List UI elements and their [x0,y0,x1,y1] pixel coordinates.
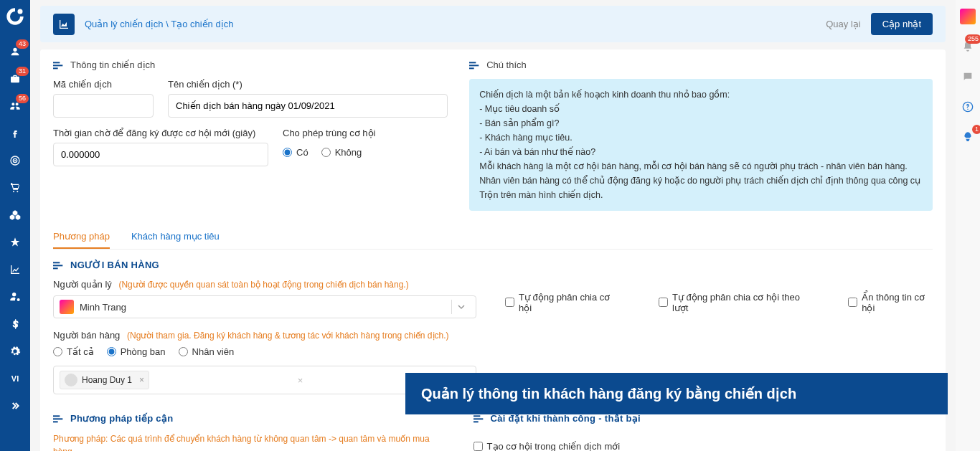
sidebar-left: 43 31 56 VI [0,0,30,451]
seller-title: NGƯỜI BÁN HÀNG [70,260,159,270]
svg-point-4 [13,191,14,192]
user-avatar[interactable] [956,6,980,27]
sidebar-item-cart[interactable] [0,174,30,201]
sidebar-item-cubes[interactable] [0,201,30,229]
sidebar-item-admin[interactable] [0,283,30,310]
sidebar-item-dollar[interactable] [0,310,30,338]
gear-icon [9,346,21,357]
sidebar-item-group[interactable]: 56 [0,92,30,120]
dollar-icon [9,318,21,330]
list-icon [53,414,65,423]
svg-rect-12 [469,67,474,69]
wait-input[interactable] [53,143,268,166]
svg-rect-10 [469,62,476,63]
badge: 56 [16,94,29,103]
sidebar-item-facebook[interactable] [0,120,30,147]
clear-icon[interactable]: × [292,375,309,386]
seller-emp-radio[interactable]: Nhân viên [179,346,235,357]
user-cog-icon [9,291,21,303]
info-title: Thông tin chiến dịch [70,60,155,70]
section-title-approach: Phương pháp tiếp cận [53,413,445,424]
svg-rect-19 [473,415,480,417]
chip-remove-icon[interactable]: × [139,375,144,385]
chevron-down-icon [451,300,470,314]
svg-rect-20 [473,418,483,419]
manager-value: Minh Trang [80,302,126,313]
svg-rect-11 [469,65,479,66]
sidebar-item-users[interactable]: 43 [0,38,30,65]
dup-label: Cho phép trùng cơ hội [283,128,375,138]
svg-point-0 [18,9,23,14]
chart-line-icon [9,264,21,275]
logo-icon [5,6,25,27]
manager-help: (Người được quyền quan sát toàn bộ hoạt … [118,280,408,290]
cubes-icon [9,209,21,221]
breadcrumb[interactable]: Quản lý chiến dịch \ Tạo chiến dịch [85,19,233,29]
seller-dept-radio[interactable]: Phòng ban [107,346,166,357]
chat[interactable] [956,66,980,87]
list-icon [53,261,65,270]
list-icon [473,414,485,423]
list-icon [53,61,65,70]
approach-title: Phương pháp tiếp cận [70,413,173,424]
hide-info-checkbox[interactable]: Ẩn thông tin cơ hội [848,286,933,318]
badge: 1 [972,125,980,134]
help-icon [962,101,974,113]
create-opp-checkbox[interactable]: Tạo cơ hội trong chiến dịch mới [473,441,933,451]
manager-label: Người quản lý [53,279,112,290]
svg-point-5 [17,191,18,192]
chevron-right-icon [9,400,21,412]
name-input[interactable] [168,94,448,118]
auto-split-checkbox[interactable]: Tự động phân chia cơ hội [505,286,616,318]
section-title-seller: NGƯỜI BÁN HÀNG [53,260,933,270]
manager-select[interactable]: Minh Trang [53,295,476,318]
section-title-note: Chú thích [469,60,933,70]
svg-rect-21 [473,421,479,422]
badge: 31 [16,67,29,76]
seller-chip: Hoang Duy 1 × [60,371,149,389]
config-title: Cài đặt khi thành công - thất bại [491,413,641,424]
svg-rect-9 [53,67,58,69]
list-icon [469,61,481,70]
app-logo[interactable] [4,6,26,27]
dup-no-radio[interactable]: Không [321,147,362,158]
tab-customers[interactable]: Khách hàng mục tiêu [131,225,220,249]
seller-help: (Người tham gia. Đăng ký khách hàng & tư… [127,331,449,341]
header-icon-box [53,14,75,35]
sidebar-item-chart[interactable] [0,256,30,283]
seller-all-radio[interactable]: Tất cả [53,346,94,357]
section-title-config: Cài đặt khi thành công - thất bại [473,413,933,424]
sidebar-item-star[interactable] [0,229,30,256]
rocket[interactable]: 1 [956,126,980,148]
svg-rect-18 [53,421,58,422]
note-box: Chiến dịch là một bản kế hoạch kinh doan… [469,79,933,211]
svg-rect-8 [53,65,62,66]
name-label: Tên chiến dịch (*) [168,79,448,90]
sidebar-item-briefcase[interactable]: 31 [0,65,30,92]
sidebar-item-expand[interactable] [0,392,30,419]
avatar-icon [65,374,77,386]
svg-rect-7 [53,62,60,63]
badge: 255 [965,34,980,44]
code-input[interactable] [53,94,154,118]
wait-label: Thời gian chờ để đăng ký được cơ hội mới… [53,128,268,138]
svg-point-3 [14,160,16,161]
sidebar-item-target[interactable] [0,147,30,174]
seller-label: Người bán hàng [53,330,120,341]
target-icon [9,155,21,166]
tab-method[interactable]: Phương pháp [53,225,110,249]
section-title-info: Thông tin chiến dịch [53,60,448,70]
sidebar-item-lang[interactable]: VI [0,365,30,392]
dup-yes-radio[interactable]: Có [283,147,308,158]
lang-label: VI [11,374,19,383]
back-button[interactable]: Quay lại [826,19,860,29]
auto-split-turn-checkbox[interactable]: Tự động phân chia cơ hội theo lượt [659,286,805,318]
badge: 43 [16,39,29,49]
tabs: Phương pháp Khách hàng mục tiêu [53,225,933,250]
facebook-icon [9,128,21,139]
save-button[interactable]: Cập nhật [871,13,933,35]
sidebar-item-settings[interactable] [0,338,30,365]
svg-rect-15 [53,267,58,269]
help[interactable] [956,96,980,118]
notifications[interactable]: 255 [956,36,980,57]
